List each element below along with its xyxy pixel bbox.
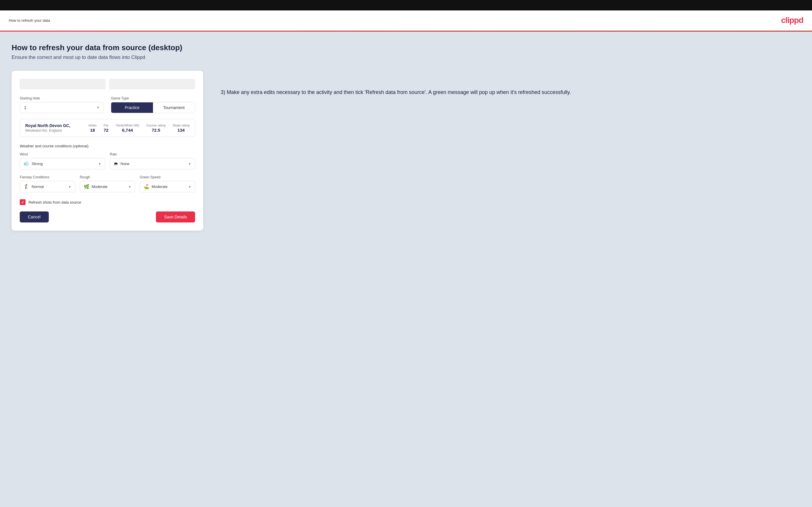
stat-yards: Yards/White (M)) 6,744 — [115, 123, 139, 132]
rain-select-left: 🌧 None — [113, 161, 130, 167]
course-location: Westward Ho!, England — [25, 128, 83, 132]
course-stats: Holes 18 Par 72 Yards/White (M)) 6,744 C… — [89, 123, 190, 132]
page-subheading: Ensure the correct and most up to date d… — [12, 55, 800, 60]
form-row-top: Starting Hole 1 ▼ Game Type Practice Tou… — [20, 96, 195, 113]
fairway-chevron: ▼ — [68, 185, 71, 188]
stat-slope-rating: Slope rating 134 — [172, 123, 190, 132]
rain-label: Rain — [110, 152, 195, 156]
tab-placeholder-2 — [109, 79, 195, 89]
wind-rain-row: Wind 💨 Strong ▼ Rain 🌧 None — [20, 152, 195, 169]
yards-label: Yards/White (M)) — [115, 123, 139, 127]
practice-button[interactable]: Practice — [111, 102, 153, 113]
rough-value: Moderate — [92, 184, 108, 189]
page-heading: How to refresh your data from source (de… — [12, 43, 800, 52]
wind-value: Strong — [32, 162, 43, 166]
refresh-checkbox[interactable]: ✓ — [20, 199, 26, 205]
page-breadcrumb: How to refresh your data — [9, 18, 50, 22]
refresh-checkbox-label: Refresh shots from data source — [29, 200, 81, 205]
course-rating-value: 72.5 — [152, 128, 160, 132]
rough-select[interactable]: 🌿 Moderate ▼ — [80, 181, 135, 192]
rain-chevron: ▼ — [188, 162, 191, 166]
holes-label: Holes — [89, 123, 97, 127]
rain-group: Rain 🌧 None ▼ — [110, 152, 195, 169]
wind-chevron: ▼ — [98, 162, 101, 166]
fairway-select[interactable]: 🏌 Normal ▼ — [20, 181, 75, 192]
course-name: Royal North Devon GC, — [25, 123, 83, 128]
slope-rating-value: 134 — [177, 128, 185, 132]
wind-select-left: 💨 Strong — [23, 161, 43, 167]
fairway-label: Fairway Conditions — [20, 175, 75, 179]
game-type-toggle: Practice Tournament — [111, 102, 195, 113]
tab-placeholder-1 — [20, 79, 106, 89]
rain-icon: 🌧 — [113, 161, 118, 167]
side-description: 3) Make any extra edits necessary to the… — [221, 71, 800, 97]
fairway-rough-green-row: Fairway Conditions 🏌 Normal ▼ Rough 🌿 — [20, 175, 195, 192]
green-select-left: ⛳ Moderate — [143, 184, 167, 189]
rough-select-left: 🌿 Moderate — [84, 184, 108, 189]
stat-course-rating: Course rating 72.5 — [146, 123, 165, 132]
tournament-button[interactable]: Tournament — [153, 102, 195, 113]
fairway-icon: 🏌 — [23, 184, 29, 189]
fairway-value: Normal — [32, 184, 44, 189]
main-content: How to refresh your data from source (de… — [0, 32, 812, 507]
top-tabs — [20, 79, 195, 89]
starting-hole-group: Starting Hole 1 ▼ — [20, 96, 104, 113]
game-type-group: Game Type Practice Tournament — [111, 96, 195, 113]
checkbox-check-icon: ✓ — [21, 200, 24, 205]
course-info-box: Royal North Devon GC, Westward Ho!, Engl… — [20, 119, 195, 137]
clippd-logo: clippd — [781, 16, 803, 25]
form-card: Starting Hole 1 ▼ Game Type Practice Tou… — [12, 71, 203, 231]
game-type-label: Game Type — [111, 96, 195, 100]
stat-holes: Holes 18 — [89, 123, 97, 132]
fairway-select-left: 🏌 Normal — [23, 184, 44, 189]
side-description-text: 3) Make any extra edits necessary to the… — [221, 88, 800, 97]
starting-hole-value: 1 — [24, 105, 27, 110]
rain-select[interactable]: 🌧 None ▼ — [110, 158, 195, 169]
green-select[interactable]: ⛳ Moderate ▼ — [140, 181, 195, 192]
fairway-group: Fairway Conditions 🏌 Normal ▼ — [20, 175, 75, 192]
starting-hole-chevron: ▼ — [96, 106, 100, 109]
par-value: 72 — [104, 128, 109, 132]
rough-label: Rough — [80, 175, 135, 179]
save-button[interactable]: Save Details — [156, 212, 195, 222]
slope-rating-label: Slope rating — [172, 123, 190, 127]
rough-group: Rough 🌿 Moderate ▼ — [80, 175, 135, 192]
course-name-block: Royal North Devon GC, Westward Ho!, Engl… — [25, 123, 83, 132]
rough-chevron: ▼ — [128, 185, 131, 188]
green-icon: ⛳ — [143, 184, 149, 189]
wind-label: Wind — [20, 152, 105, 156]
stat-par: Par 72 — [104, 123, 109, 132]
starting-hole-select[interactable]: 1 ▼ — [20, 102, 104, 113]
green-value: Moderate — [152, 184, 167, 189]
yards-value: 6,744 — [122, 128, 133, 132]
refresh-checkbox-row: ✓ Refresh shots from data source — [20, 199, 195, 205]
wind-select[interactable]: 💨 Strong ▼ — [20, 158, 105, 169]
cancel-button[interactable]: Cancel — [20, 212, 49, 222]
course-rating-label: Course rating — [146, 123, 165, 127]
holes-value: 18 — [90, 128, 95, 132]
content-area: Starting Hole 1 ▼ Game Type Practice Tou… — [12, 71, 800, 231]
green-chevron: ▼ — [188, 185, 191, 188]
wind-group: Wind 💨 Strong ▼ — [20, 152, 105, 169]
button-row: Cancel Save Details — [20, 212, 195, 222]
rain-value: None — [120, 162, 130, 166]
rough-icon: 🌿 — [84, 184, 89, 189]
green-label: Green Speed — [140, 175, 195, 179]
starting-hole-label: Starting Hole — [20, 96, 104, 100]
conditions-heading: Weather and course conditions (optional) — [20, 144, 195, 148]
green-group: Green Speed ⛳ Moderate ▼ — [140, 175, 195, 192]
wind-icon: 💨 — [23, 161, 29, 167]
par-label: Par — [104, 123, 109, 127]
